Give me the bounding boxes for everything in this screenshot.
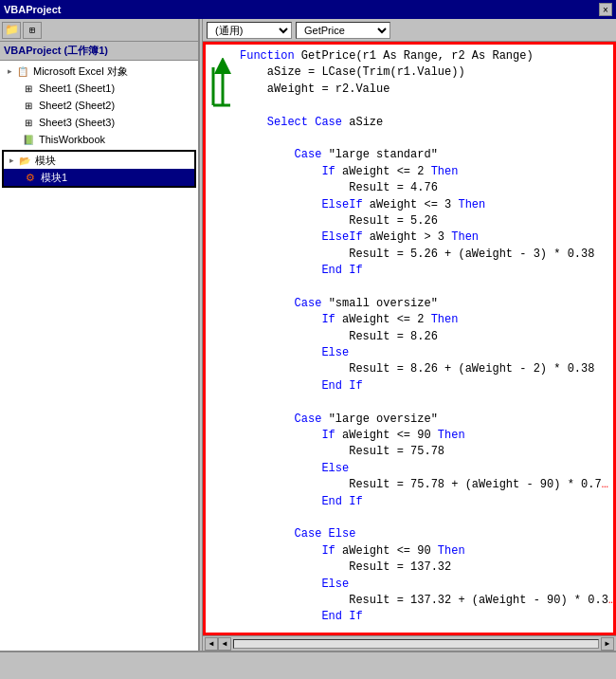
panel-toolbar: 📁 ⊞ xyxy=(0,19,198,42)
main-container: VBAProject × 📁 ⊞ VBAProject (工作簿1) ▸ 📋 xyxy=(0,0,616,679)
code-line-select: Select Case aSize xyxy=(240,115,606,131)
code-line-endif4: End If xyxy=(240,609,606,625)
code-line-res2: Result = 5.26 xyxy=(240,213,606,229)
code-line-res6: Result = 75.78 xyxy=(240,444,606,460)
code-line-endif1: End If xyxy=(240,263,606,279)
excel-section-label: Microsoft Excel 对象 xyxy=(33,64,128,79)
code-line-if1: If aWeight <= 2 Then xyxy=(240,164,606,180)
workbook-icon: 📗 xyxy=(21,132,36,147)
tree-section-module[interactable]: ▸ 📂 模块 xyxy=(4,152,194,169)
code-line-if3: If aWeight <= 90 Then xyxy=(240,428,606,444)
sheet3-label: Sheet3 (Sheet3) xyxy=(39,117,115,128)
bottom-section xyxy=(0,651,616,679)
code-line-1: aSize = LCase(Trim(r1.Value)) xyxy=(240,64,606,81)
code-header: (通用) GetPrice xyxy=(203,19,616,42)
code-line-elseif1: ElseIf aWeight <= 3 Then xyxy=(240,197,606,213)
scroll-left-btn[interactable]: ◀ xyxy=(205,637,218,651)
scroll-left2-btn[interactable]: ◀ xyxy=(218,637,231,651)
code-scope-dropdown[interactable]: (通用) xyxy=(207,22,292,39)
code-line-res9: Result = 137.32 + (aWeight - 90) * 0.3… xyxy=(240,593,606,609)
code-line-elseif2: ElseIf aWeight > 3 Then xyxy=(240,229,606,246)
tree-item-sheet1[interactable]: ⊞ Sheet1 (Sheet1) xyxy=(2,80,196,97)
code-line-caseelse: Case Else xyxy=(240,526,606,542)
code-line-if2: If aWeight <= 2 Then xyxy=(240,312,606,328)
code-line-blank2 xyxy=(240,131,606,147)
expand-icon-excel: ▸ xyxy=(4,66,15,76)
code-line-endif3: End If xyxy=(240,494,606,510)
module-section-label: 模块 xyxy=(35,154,56,168)
tree-container[interactable]: ▸ 📋 Microsoft Excel 对象 ⊞ Sheet1 (Sheet1)… xyxy=(0,61,198,651)
tree-section-excel[interactable]: ▸ 📋 Microsoft Excel 对象 xyxy=(2,63,196,80)
module1-icon: ⚙ xyxy=(23,170,38,185)
properties-icon: ⊞ xyxy=(29,25,35,36)
code-line-else3: Else xyxy=(240,577,606,593)
code-line-case3: Case "large oversize" xyxy=(240,412,606,428)
code-line-res5: Result = 8.26 + (aWeight - 2) * 0.38 xyxy=(240,361,606,377)
scroll-right-btn[interactable]: ▶ xyxy=(601,637,614,651)
module-folder-icon: 📂 xyxy=(17,153,32,168)
code-area[interactable]: Function GetPrice(r1 As Range, r2 As Ran… xyxy=(203,42,616,635)
code-line-func: Function GetPrice(r1 As Range, r2 As Ran… xyxy=(240,48,606,64)
project-title: VBAProject (工作簿1) xyxy=(0,42,198,61)
code-line-2: aWeight = r2.Value xyxy=(240,82,606,98)
code-line-blank3 xyxy=(240,279,606,295)
module1-label: 模块1 xyxy=(41,171,67,185)
code-line-blank4 xyxy=(240,395,606,411)
tree-item-sheet3[interactable]: ⊞ Sheet3 (Sheet3) xyxy=(2,114,196,131)
code-line-res1: Result = 4.76 xyxy=(240,180,606,196)
sheet2-label: Sheet2 (Sheet2) xyxy=(39,100,115,111)
code-line-else2: Else xyxy=(240,461,606,477)
code-line-endif2: End If xyxy=(240,378,606,395)
bottom-scrollbar: ◀ ◀ ▶ xyxy=(203,635,616,651)
excel-objects-icon: 📋 xyxy=(15,64,30,79)
code-proc-dropdown[interactable]: GetPrice xyxy=(296,22,390,39)
title-bar: VBAProject × xyxy=(0,0,616,19)
title-bar-title: VBAProject xyxy=(4,4,62,15)
folder-icon: 📁 xyxy=(5,23,19,37)
sheet3-icon: ⊞ xyxy=(21,115,36,130)
module-box: ▸ 📂 模块 ⚙ 模块1 xyxy=(2,150,196,188)
toolbar-btn-2[interactable]: ⊞ xyxy=(23,22,42,39)
left-panel: 📁 ⊞ VBAProject (工作簿1) ▸ 📋 Microsoft Exce… xyxy=(0,19,199,651)
code-line-else1: Else xyxy=(240,345,606,361)
code-line-blank6 xyxy=(240,626,606,635)
right-panel: (通用) GetPrice xyxy=(203,19,616,651)
sheet2-icon: ⊞ xyxy=(21,98,36,113)
tree-item-module1[interactable]: ⚙ 模块1 xyxy=(4,169,194,186)
code-line-res7: Result = 75.78 + (aWeight - 90) * 0.7… xyxy=(240,477,606,493)
code-line-case2: Case "small oversize" xyxy=(240,296,606,312)
toolbar-btn-1[interactable]: 📁 xyxy=(2,22,21,39)
code-line-blank5 xyxy=(240,510,606,526)
thisworkbook-label: ThisWorkbook xyxy=(39,134,105,145)
code-line-case1: Case "large standard" xyxy=(240,147,606,163)
code-line-res4: Result = 8.26 xyxy=(240,329,606,345)
expand-icon-module: ▸ xyxy=(6,156,17,165)
code-line-res8: Result = 137.32 xyxy=(240,560,606,576)
tree-item-sheet2[interactable]: ⊞ Sheet2 (Sheet2) xyxy=(2,97,196,114)
sheet1-icon: ⊞ xyxy=(21,81,36,96)
content-area: 📁 ⊞ VBAProject (工作簿1) ▸ 📋 Microsoft Exce… xyxy=(0,19,616,651)
code-line-if4: If aWeight <= 90 Then xyxy=(240,543,606,560)
code-line-blank1 xyxy=(240,98,606,114)
code-line-res3: Result = 5.26 + (aWeight - 3) * 0.38 xyxy=(240,247,606,263)
tree-item-thisworkbook[interactable]: 📗 ThisWorkbook xyxy=(2,131,196,148)
sheet1-label: Sheet1 (Sheet1) xyxy=(39,83,115,94)
close-button[interactable]: × xyxy=(599,3,612,16)
code-content: Function GetPrice(r1 As Range, r2 As Ran… xyxy=(206,45,613,635)
scrollbar-track[interactable] xyxy=(233,639,599,649)
